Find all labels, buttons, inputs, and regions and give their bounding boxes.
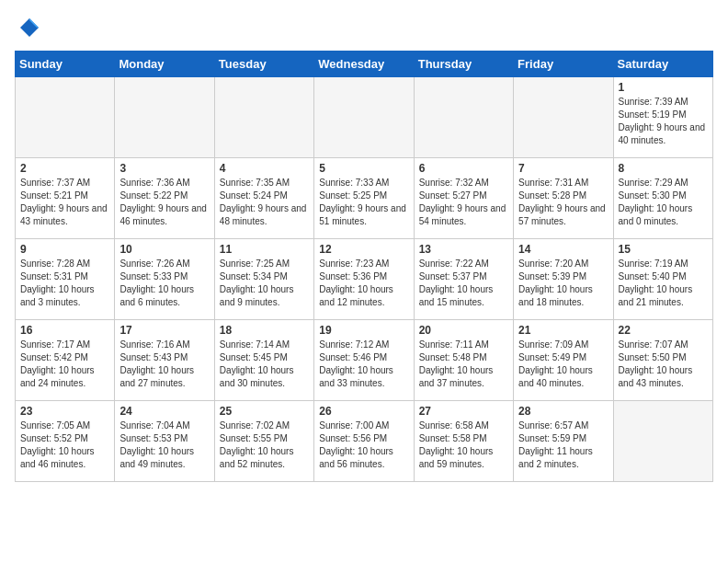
day-number: 13: [419, 243, 508, 256]
day-info: Sunrise: 7:26 AM Sunset: 5:33 PM Dayligh…: [119, 258, 209, 309]
day-info: Sunrise: 7:29 AM Sunset: 5:30 PM Dayligh…: [619, 177, 708, 228]
day-info: Sunrise: 7:25 AM Sunset: 5:34 PM Dayligh…: [220, 258, 309, 309]
day-info: Sunrise: 7:02 AM Sunset: 5:55 PM Dayligh…: [220, 419, 309, 471]
day-number: 24: [119, 405, 209, 418]
day-cell: [214, 76, 313, 157]
day-number: 7: [518, 162, 608, 175]
day-cell: 14Sunrise: 7:20 AM Sunset: 5:39 PM Dayli…: [514, 238, 613, 319]
day-cell: 17Sunrise: 7:16 AM Sunset: 5:43 PM Dayli…: [115, 319, 214, 400]
day-info: Sunrise: 7:11 AM Sunset: 5:48 PM Dayligh…: [419, 339, 508, 390]
day-info: Sunrise: 7:09 AM Sunset: 5:49 PM Dayligh…: [518, 339, 608, 390]
weekday-monday: Monday: [115, 51, 214, 76]
day-cell: 6Sunrise: 7:32 AM Sunset: 5:27 PM Daylig…: [414, 157, 513, 238]
day-info: Sunrise: 7:14 AM Sunset: 5:45 PM Dayligh…: [220, 339, 309, 390]
day-info: Sunrise: 7:23 AM Sunset: 5:36 PM Dayligh…: [319, 258, 408, 309]
day-cell: 10Sunrise: 7:26 AM Sunset: 5:33 PM Dayli…: [115, 238, 214, 319]
day-number: 20: [419, 324, 508, 337]
day-info: Sunrise: 7:16 AM Sunset: 5:43 PM Dayligh…: [119, 339, 209, 390]
weekday-saturday: Saturday: [613, 51, 712, 76]
day-info: Sunrise: 7:35 AM Sunset: 5:24 PM Dayligh…: [220, 177, 309, 228]
day-cell: 24Sunrise: 7:04 AM Sunset: 5:53 PM Dayli…: [115, 400, 214, 481]
week-row-2: 2Sunrise: 7:37 AM Sunset: 5:21 PM Daylig…: [16, 157, 713, 238]
week-row-4: 16Sunrise: 7:17 AM Sunset: 5:42 PM Dayli…: [16, 319, 713, 400]
logo: [15, 15, 42, 41]
day-cell: 9Sunrise: 7:28 AM Sunset: 5:31 PM Daylig…: [16, 238, 115, 319]
day-cell: 13Sunrise: 7:22 AM Sunset: 5:37 PM Dayli…: [414, 238, 513, 319]
day-cell: 16Sunrise: 7:17 AM Sunset: 5:42 PM Dayli…: [16, 319, 115, 400]
day-number: 1: [619, 81, 708, 94]
day-info: Sunrise: 7:19 AM Sunset: 5:40 PM Dayligh…: [619, 258, 708, 309]
day-cell: [613, 400, 712, 481]
week-row-5: 23Sunrise: 7:05 AM Sunset: 5:52 PM Dayli…: [16, 400, 713, 481]
day-cell: [115, 76, 214, 157]
weekday-friday: Friday: [514, 51, 613, 76]
weekday-header-row: SundayMondayTuesdayWednesdayThursdayFrid…: [16, 51, 713, 76]
day-number: 25: [220, 405, 309, 418]
day-cell: [16, 76, 115, 157]
calendar: SundayMondayTuesdayWednesdayThursdayFrid…: [15, 51, 713, 482]
day-number: 28: [518, 405, 608, 418]
day-cell: 1Sunrise: 7:39 AM Sunset: 5:19 PM Daylig…: [613, 76, 712, 157]
day-cell: 5Sunrise: 7:33 AM Sunset: 5:25 PM Daylig…: [314, 157, 414, 238]
day-info: Sunrise: 6:58 AM Sunset: 5:58 PM Dayligh…: [419, 419, 508, 471]
day-cell: 19Sunrise: 7:12 AM Sunset: 5:46 PM Dayli…: [314, 319, 414, 400]
svg-marker-0: [20, 18, 39, 37]
day-cell: 20Sunrise: 7:11 AM Sunset: 5:48 PM Dayli…: [414, 319, 513, 400]
day-number: 9: [20, 243, 109, 256]
day-info: Sunrise: 7:28 AM Sunset: 5:31 PM Dayligh…: [20, 258, 109, 309]
page-header: [15, 15, 713, 41]
day-cell: [314, 76, 414, 157]
day-cell: 26Sunrise: 7:00 AM Sunset: 5:56 PM Dayli…: [314, 400, 414, 481]
day-number: 5: [319, 162, 408, 175]
day-number: 12: [319, 243, 408, 256]
day-info: Sunrise: 7:31 AM Sunset: 5:28 PM Dayligh…: [518, 177, 608, 228]
week-row-1: 1Sunrise: 7:39 AM Sunset: 5:19 PM Daylig…: [16, 76, 713, 157]
day-cell: 8Sunrise: 7:29 AM Sunset: 5:30 PM Daylig…: [613, 157, 712, 238]
day-number: 22: [619, 324, 708, 337]
logo-icon: [17, 15, 42, 40]
day-info: Sunrise: 7:20 AM Sunset: 5:39 PM Dayligh…: [518, 258, 608, 309]
day-cell: [414, 76, 513, 157]
day-cell: 21Sunrise: 7:09 AM Sunset: 5:49 PM Dayli…: [514, 319, 613, 400]
day-cell: 15Sunrise: 7:19 AM Sunset: 5:40 PM Dayli…: [613, 238, 712, 319]
day-number: 18: [220, 324, 309, 337]
day-info: Sunrise: 7:17 AM Sunset: 5:42 PM Dayligh…: [20, 339, 109, 390]
day-cell: 2Sunrise: 7:37 AM Sunset: 5:21 PM Daylig…: [16, 157, 115, 238]
day-cell: 7Sunrise: 7:31 AM Sunset: 5:28 PM Daylig…: [514, 157, 613, 238]
day-info: Sunrise: 7:00 AM Sunset: 5:56 PM Dayligh…: [319, 419, 408, 471]
day-number: 27: [419, 405, 508, 418]
day-cell: 12Sunrise: 7:23 AM Sunset: 5:36 PM Dayli…: [314, 238, 414, 319]
day-info: Sunrise: 7:37 AM Sunset: 5:21 PM Dayligh…: [20, 177, 109, 228]
day-info: Sunrise: 7:05 AM Sunset: 5:52 PM Dayligh…: [20, 419, 109, 471]
day-cell: 22Sunrise: 7:07 AM Sunset: 5:50 PM Dayli…: [613, 319, 712, 400]
day-number: 10: [119, 243, 209, 256]
day-number: 4: [220, 162, 309, 175]
weekday-thursday: Thursday: [414, 51, 513, 76]
day-number: 15: [619, 243, 708, 256]
day-cell: 3Sunrise: 7:36 AM Sunset: 5:22 PM Daylig…: [115, 157, 214, 238]
day-number: 11: [220, 243, 309, 256]
day-info: Sunrise: 7:22 AM Sunset: 5:37 PM Dayligh…: [419, 258, 508, 309]
day-info: Sunrise: 7:07 AM Sunset: 5:50 PM Dayligh…: [619, 339, 708, 390]
day-cell: 18Sunrise: 7:14 AM Sunset: 5:45 PM Dayli…: [214, 319, 313, 400]
day-info: Sunrise: 7:04 AM Sunset: 5:53 PM Dayligh…: [119, 419, 209, 471]
day-number: 3: [119, 162, 209, 175]
day-cell: 11Sunrise: 7:25 AM Sunset: 5:34 PM Dayli…: [214, 238, 313, 319]
day-info: Sunrise: 7:12 AM Sunset: 5:46 PM Dayligh…: [319, 339, 408, 390]
day-info: Sunrise: 7:32 AM Sunset: 5:27 PM Dayligh…: [419, 177, 508, 228]
day-number: 23: [20, 405, 109, 418]
day-number: 2: [20, 162, 109, 175]
day-number: 26: [319, 405, 408, 418]
day-cell: 25Sunrise: 7:02 AM Sunset: 5:55 PM Dayli…: [214, 400, 313, 481]
day-cell: 4Sunrise: 7:35 AM Sunset: 5:24 PM Daylig…: [214, 157, 313, 238]
day-info: Sunrise: 6:57 AM Sunset: 5:59 PM Dayligh…: [518, 419, 608, 471]
day-info: Sunrise: 7:33 AM Sunset: 5:25 PM Dayligh…: [319, 177, 408, 228]
day-cell: 28Sunrise: 6:57 AM Sunset: 5:59 PM Dayli…: [514, 400, 613, 481]
day-cell: [514, 76, 613, 157]
day-cell: 27Sunrise: 6:58 AM Sunset: 5:58 PM Dayli…: [414, 400, 513, 481]
day-number: 19: [319, 324, 408, 337]
day-number: 8: [619, 162, 708, 175]
weekday-wednesday: Wednesday: [314, 51, 414, 76]
calendar-body: 1Sunrise: 7:39 AM Sunset: 5:19 PM Daylig…: [16, 76, 713, 481]
weekday-tuesday: Tuesday: [214, 51, 313, 76]
